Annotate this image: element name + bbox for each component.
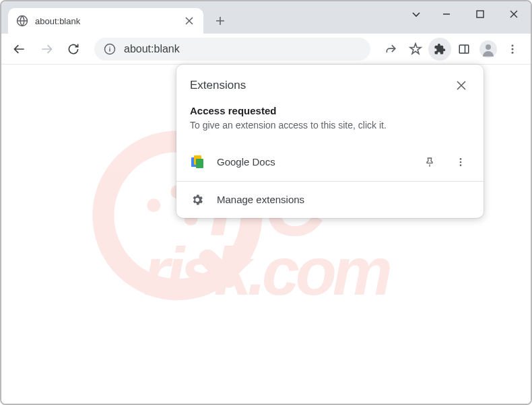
close-popup-button[interactable] bbox=[453, 77, 470, 94]
svg-rect-16 bbox=[196, 159, 203, 168]
extension-menu-button[interactable] bbox=[451, 153, 470, 172]
reload-button[interactable] bbox=[62, 38, 85, 61]
info-icon[interactable] bbox=[104, 43, 116, 55]
extensions-popup-title: Extensions bbox=[190, 79, 246, 92]
svg-point-17 bbox=[460, 158, 462, 160]
manage-extensions-button[interactable]: Manage extensions bbox=[176, 182, 484, 218]
svg-rect-1 bbox=[477, 11, 484, 17]
svg-rect-3 bbox=[459, 45, 469, 53]
chevron-down-icon[interactable] bbox=[403, 1, 430, 27]
svg-point-19 bbox=[460, 164, 462, 166]
section-description: To give an extension access to this site… bbox=[190, 119, 470, 133]
bookmark-button[interactable] bbox=[404, 38, 427, 61]
new-tab-button[interactable] bbox=[210, 11, 230, 31]
svg-point-8 bbox=[512, 51, 514, 53]
extension-name: Google Docs bbox=[217, 156, 408, 168]
close-tab-button[interactable] bbox=[183, 15, 195, 27]
section-title: Access requested bbox=[190, 105, 470, 116]
svg-point-11 bbox=[147, 198, 160, 212]
share-button[interactable] bbox=[380, 38, 403, 61]
svg-point-7 bbox=[512, 48, 514, 50]
svg-point-18 bbox=[460, 161, 462, 163]
extensions-popup: Extensions Access requested To give an e… bbox=[176, 65, 484, 218]
pin-extension-button[interactable] bbox=[420, 153, 439, 172]
address-bar[interactable]: about:blank bbox=[94, 38, 370, 61]
tab-title: about:blank bbox=[35, 16, 183, 26]
svg-rect-10 bbox=[195, 246, 241, 291]
url-text: about:blank bbox=[124, 43, 180, 55]
google-docs-icon bbox=[190, 155, 205, 170]
access-requested-section: Access requested To give an extension ac… bbox=[176, 102, 484, 143]
globe-icon bbox=[16, 15, 28, 27]
maximize-button[interactable] bbox=[463, 1, 497, 27]
browser-tab[interactable]: about:blank bbox=[8, 8, 203, 34]
title-bar: about:blank bbox=[1, 1, 531, 34]
window-controls bbox=[403, 1, 531, 27]
gear-icon bbox=[190, 192, 205, 207]
side-panel-button[interactable] bbox=[453, 38, 475, 61]
extensions-popup-header: Extensions bbox=[176, 65, 484, 102]
toolbar: about:blank bbox=[1, 34, 531, 65]
svg-point-6 bbox=[512, 44, 514, 46]
manage-extensions-label: Manage extensions bbox=[217, 194, 304, 205]
extensions-button[interactable] bbox=[428, 38, 451, 61]
profile-button[interactable] bbox=[477, 38, 500, 61]
close-window-button[interactable] bbox=[497, 1, 531, 27]
page-content: PC risk.com Extensions Access requested … bbox=[1, 65, 531, 404]
toolbar-right bbox=[380, 38, 524, 61]
svg-point-5 bbox=[486, 44, 491, 50]
menu-button[interactable] bbox=[501, 38, 524, 61]
back-button[interactable] bbox=[8, 38, 31, 61]
extension-item[interactable]: Google Docs bbox=[176, 143, 484, 181]
minimize-button[interactable] bbox=[430, 1, 463, 27]
forward-button[interactable] bbox=[35, 38, 58, 61]
